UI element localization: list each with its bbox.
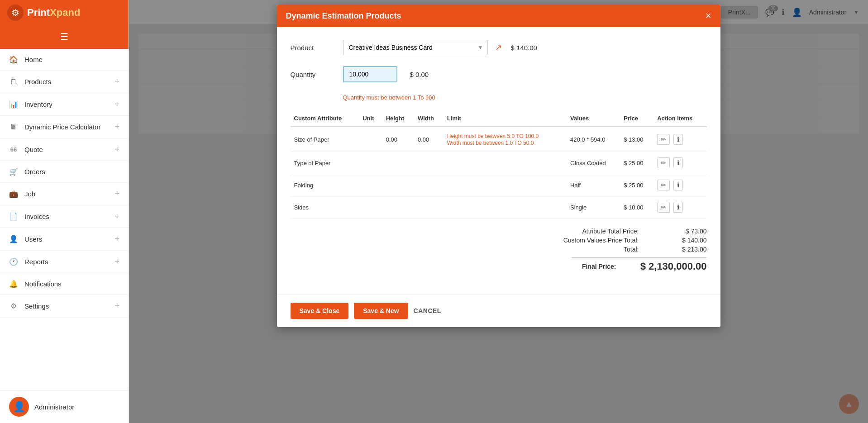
quantity-error-message: Quantity must be between 1 To 900 (343, 94, 435, 101)
inventory-plus-icon[interactable]: + (114, 100, 119, 109)
invoices-plus-icon[interactable]: + (114, 212, 119, 221)
sidebar-item-home[interactable]: 🏠 Home (0, 49, 129, 71)
attribute-total-value: $ 73.00 (666, 228, 707, 235)
sidebar-item-label: Users (24, 235, 42, 243)
quantity-input[interactable] (343, 66, 397, 82)
job-icon: 💼 (9, 190, 18, 198)
app-name: PrintXpand (27, 7, 80, 19)
table-row: Type of Paper Gloss Coated $ 25.00 ✏ ℹ (291, 152, 707, 174)
dynamic-price-icon: 🖩 (9, 123, 18, 131)
home-icon: 🏠 (9, 55, 18, 64)
sidebar-item-quote[interactable]: 66 Quote + (0, 138, 129, 161)
settings-plus-icon[interactable]: + (114, 301, 119, 311)
attr-name: Folding (291, 174, 359, 196)
modal-close-button[interactable]: × (706, 11, 711, 21)
info-attribute-button[interactable]: ℹ (673, 202, 683, 213)
col-values: Values (567, 110, 620, 127)
invoices-icon: 📄 (9, 212, 18, 221)
save-close-button[interactable]: Save & Close (291, 303, 349, 319)
quantity-price: $ 0.00 (410, 71, 429, 78)
custom-values-value: $ 140.00 (666, 237, 707, 244)
col-custom-attribute: Custom Attribute (291, 110, 359, 127)
sidebar-item-users[interactable]: 👤 Users + (0, 228, 129, 251)
attr-width: 0.00 (414, 127, 444, 152)
sidebar-item-label: Home (24, 56, 43, 63)
products-icon: 🗒 (9, 78, 18, 86)
settings-icon: ⚙ (9, 302, 18, 310)
attr-price: $ 10.00 (620, 196, 653, 219)
attr-values: Gloss Coated (567, 152, 620, 174)
totals-section: Attribute Total Price: $ 73.00 Custom Va… (291, 228, 707, 272)
attr-name: Type of Paper (291, 152, 359, 174)
attr-name: Size of Paper (291, 127, 359, 152)
logo-gear-icon: ⚙ (7, 5, 24, 21)
quantity-label: Quantity (291, 71, 336, 78)
attr-name: Sides (291, 196, 359, 219)
edit-attribute-button[interactable]: ✏ (657, 180, 670, 190)
product-field-row: Product Creative Ideas Business Card ▼ ↗… (291, 40, 707, 55)
dynamic-price-plus-icon[interactable]: + (114, 122, 119, 132)
attr-price: $ 25.00 (620, 174, 653, 196)
attr-values: 420.0 * 594.0 (567, 127, 620, 152)
modal-overlay: Dynamic Estimation Products × Product Cr… (129, 0, 868, 423)
final-price-row: Final Price: $ 2,130,000.00 (526, 261, 707, 272)
sidebar-item-reports[interactable]: 🕐 Reports + (0, 251, 129, 273)
sidebar-item-notifications[interactable]: 🔔 Notifications (0, 273, 129, 295)
sidebar-item-label: Products (24, 78, 51, 86)
col-action-items: Action Items (653, 110, 706, 127)
product-select-wrapper: Creative Ideas Business Card ▼ (343, 40, 488, 55)
product-select[interactable]: Creative Ideas Business Card (343, 40, 488, 55)
sidebar-nav: 🏠 Home 🗒 Products + 📊 Inventory + 🖩 Dyna… (0, 49, 129, 390)
attr-width (414, 174, 444, 196)
modal-body: Product Creative Ideas Business Card ▼ ↗… (277, 27, 720, 294)
sidebar-item-settings[interactable]: ⚙ Settings + (0, 295, 129, 318)
attributes-table: Custom Attribute Unit Height Width Limit… (291, 110, 707, 219)
reports-plus-icon[interactable]: + (114, 257, 119, 266)
attr-unit (359, 127, 382, 152)
info-attribute-button[interactable]: ℹ (673, 180, 683, 190)
save-new-button[interactable]: Save & New (354, 303, 408, 319)
modal-dialog: Dynamic Estimation Products × Product Cr… (277, 5, 720, 327)
sidebar-item-job[interactable]: 💼 Job + (0, 183, 129, 205)
col-width: Width (414, 110, 444, 127)
sidebar-item-label: Settings (24, 302, 49, 310)
product-label: Product (291, 44, 336, 52)
quantity-field-row: Quantity $ 0.00 (291, 66, 707, 82)
main-content: PrintX... 💬 86 ℹ 👤 Administrator ▼ Total (129, 0, 868, 423)
sidebar-item-inventory[interactable]: 📊 Inventory + (0, 93, 129, 116)
sidebar-item-dynamic-price[interactable]: 🖩 Dynamic Price Calculator + (0, 116, 129, 138)
col-unit: Unit (359, 110, 382, 127)
attr-actions: ✏ ℹ (653, 196, 706, 219)
quote-icon: 66 (9, 146, 18, 153)
quote-plus-icon[interactable]: + (114, 145, 119, 154)
attr-unit (359, 152, 382, 174)
cancel-button[interactable]: CANCEL (414, 307, 441, 314)
info-attribute-button[interactable]: ℹ (673, 157, 683, 168)
product-external-link-icon[interactable]: ↗ (495, 43, 502, 52)
edit-attribute-button[interactable]: ✏ (657, 202, 670, 213)
attr-width (414, 196, 444, 219)
edit-attribute-button[interactable]: ✏ (657, 157, 670, 168)
sidebar-item-label: Inventory (24, 100, 52, 108)
products-plus-icon[interactable]: + (114, 77, 119, 86)
sidebar-header: ⚙ PrintXpand (0, 0, 129, 25)
attr-unit (359, 196, 382, 219)
sidebar-item-label: Dynamic Price Calculator (24, 123, 100, 131)
edit-attribute-button[interactable]: ✏ (657, 134, 670, 145)
sidebar-menu-btn[interactable]: ☰ (0, 25, 129, 49)
sidebar-item-orders[interactable]: 🛒 Orders (0, 161, 129, 183)
total-value: $ 213.00 (666, 246, 707, 253)
table-row: Size of Paper 0.00 0.00 Height must be b… (291, 127, 707, 152)
final-price-value: $ 2,130,000.00 (634, 261, 707, 272)
attr-height (382, 196, 414, 219)
sidebar-item-invoices[interactable]: 📄 Invoices + (0, 205, 129, 228)
custom-values-row: Custom Values Price Total: $ 140.00 (548, 237, 707, 244)
users-icon: 👤 (9, 235, 18, 243)
job-plus-icon[interactable]: + (114, 189, 119, 199)
attribute-total-row: Attribute Total Price: $ 73.00 (548, 228, 707, 235)
info-attribute-button[interactable]: ℹ (673, 134, 683, 145)
users-plus-icon[interactable]: + (114, 234, 119, 244)
sidebar-item-products[interactable]: 🗒 Products + (0, 71, 129, 93)
modal-title: Dynamic Estimation Products (286, 11, 401, 21)
reports-icon: 🕐 (9, 257, 18, 266)
